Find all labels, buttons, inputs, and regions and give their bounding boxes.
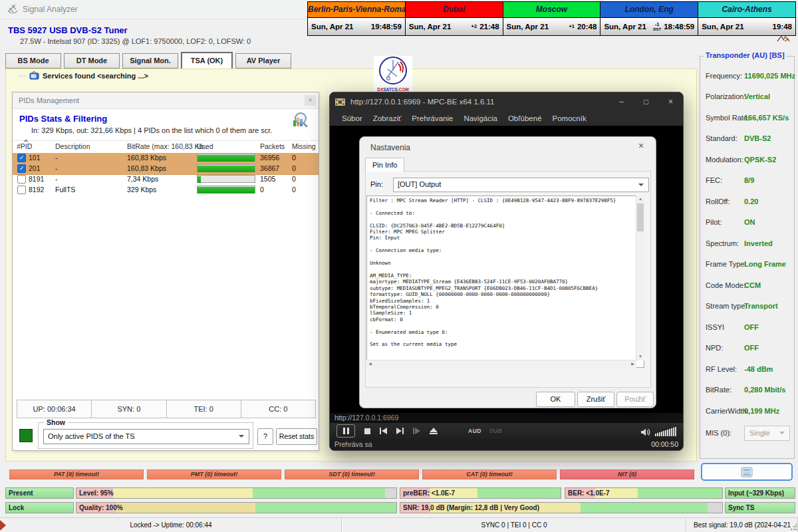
- menu-help[interactable]: Pomocník: [547, 114, 592, 122]
- clock-dubai: Dubai Sun, Apr 21 +2 21:48: [406, 2, 503, 35]
- checkbox-checked-icon[interactable]: ✓: [17, 154, 26, 162]
- scroll-right-icon[interactable]: ▶: [629, 360, 636, 368]
- pids-window-titlebar[interactable]: PIDs Management: [13, 92, 319, 109]
- clock-time: 19:48: [773, 23, 792, 31]
- scroll-down-icon[interactable]: ▼: [636, 353, 644, 360]
- audio-track-label[interactable]: AUD: [468, 428, 481, 434]
- clock-city-label: Moscow: [503, 2, 600, 18]
- clock-date: Sun, Apr 21: [604, 23, 646, 31]
- app-statusbar: Locked -> Uptime: 00:06:44 SYNC 0 | TEI …: [0, 517, 798, 532]
- clock-utc-offset: +2: [471, 24, 477, 29]
- previous-button[interactable]: [380, 428, 387, 434]
- services-label: Services found <searching ...>: [43, 72, 148, 80]
- pin-info-text[interactable]: Filter : MPC Stream Reader [HTTP] - CLSI…: [366, 196, 644, 368]
- reset-stats-button[interactable]: Reset stats: [276, 428, 317, 445]
- show-filter-select[interactable]: Only active PIDS of the TS: [43, 429, 249, 444]
- checkbox-unchecked-icon[interactable]: [17, 186, 26, 194]
- column-missing[interactable]: Missing: [292, 142, 316, 150]
- column-description[interactable]: Description: [55, 142, 90, 150]
- playback-status: Prehráva sa: [334, 439, 372, 450]
- pid-table-row[interactable]: ✓ 101 - 160,83 Kbps 36956 0: [13, 153, 319, 164]
- lock-uptime-status: Locked -> Uptime: 00:06:44: [0, 518, 342, 532]
- column-packets[interactable]: Packets: [260, 142, 285, 150]
- pid-table-row[interactable]: ✓ 201 - 160,83 Kbps 36867 0: [13, 164, 319, 175]
- transponder-rows: Frequency:11690,025 MHz Polarization:Ver…: [700, 65, 794, 422]
- param-value: Transport: [744, 302, 778, 310]
- si-table-bars: PAT (0) timeout! PMT (0) timeout! SDT (0…: [9, 469, 694, 479]
- checkbox-unchecked-icon[interactable]: [17, 175, 26, 184]
- subtitle-track-label[interactable]: SUB: [489, 428, 502, 434]
- pid-packets: 36956: [260, 154, 279, 162]
- scroll-left-icon[interactable]: ◀: [366, 360, 374, 368]
- horizontal-scrollbar[interactable]: ◀ ▶: [366, 360, 636, 368]
- preber-bar: preBER: <1.0E-7: [400, 487, 561, 499]
- tab-signal-mon[interactable]: Signal Mon.: [122, 53, 178, 68]
- used-bar-track: [197, 175, 255, 183]
- menu-view[interactable]: Zobraziť: [368, 114, 407, 122]
- stop-button[interactable]: [364, 428, 370, 434]
- menu-navigation[interactable]: Navigácia: [458, 114, 503, 122]
- column-used[interactable]: Used: [197, 142, 213, 150]
- eject-button[interactable]: [430, 428, 438, 434]
- pause-button[interactable]: [336, 424, 355, 438]
- tab-tsa[interactable]: TSA (OK): [181, 52, 233, 69]
- speaker-icon[interactable]: [641, 428, 650, 436]
- used-bar-track: [197, 164, 255, 172]
- resize-grip[interactable]: [790, 524, 797, 531]
- scroll-up-icon[interactable]: ▲: [636, 196, 644, 203]
- maximize-icon[interactable]: □: [634, 92, 658, 111]
- tab-dt-mode[interactable]: DT Mode: [64, 53, 120, 68]
- clock-berlin: Berlin-Paris-Vienna-Roma Sun, Apr 21 19:…: [308, 2, 406, 35]
- menu-file[interactable]: Súbor: [336, 114, 368, 122]
- tab-bs-mode[interactable]: BS Mode: [5, 53, 61, 68]
- pin-select[interactable]: [OUT] Output: [393, 178, 649, 192]
- pid-value: 8191: [29, 175, 44, 183]
- sort-ascending-icon: [23, 139, 29, 142]
- apply-button[interactable]: Použiť: [616, 392, 654, 407]
- device-button[interactable]: [701, 463, 793, 481]
- nit-status-bar: NIT (0): [560, 469, 694, 479]
- pin-label: Pin:: [370, 180, 383, 188]
- ber-bar: BER: <1.0E-7: [565, 487, 723, 499]
- services-tree-item[interactable]: ··· Services found <searching ...>: [19, 71, 148, 80]
- pmt-status-bar: PMT (0) timeout!: [147, 469, 281, 479]
- volume-slider[interactable]: [636, 426, 676, 436]
- param-label: Code Mode:: [706, 281, 745, 289]
- checkbox-checked-icon[interactable]: ✓: [17, 164, 26, 173]
- close-icon[interactable]: ×: [634, 140, 648, 151]
- used-bar-track: [197, 154, 255, 162]
- minimize-icon[interactable]: –: [609, 92, 634, 111]
- param-value: 0.20: [744, 198, 758, 205]
- used-bar-track: [197, 186, 255, 194]
- clock-utc-offset: +1: [569, 24, 575, 29]
- ok-button[interactable]: OK: [536, 392, 575, 407]
- clock-city-label: Dubai: [406, 2, 503, 18]
- scrollbar-thumb[interactable]: [637, 203, 644, 231]
- pid-description: -: [55, 154, 58, 162]
- chevron-down-icon: [239, 435, 244, 438]
- param-value: 8/9: [744, 176, 754, 184]
- param-label: RollOff:: [706, 198, 730, 205]
- vertical-scrollbar[interactable]: ▲ ▼: [636, 196, 644, 360]
- mis-select[interactable]: Single: [744, 426, 790, 441]
- snr-bar: SNR: 19,0 dB (Margin: 12,8 dB | Very Goo…: [400, 502, 723, 513]
- pid-table-row[interactable]: 8192 FullTS 329 Kbps 0 0: [13, 185, 319, 196]
- menu-playback[interactable]: Prehrávanie: [406, 114, 458, 122]
- tab-av-player[interactable]: AV Player: [235, 53, 291, 68]
- mpc-titlebar[interactable]: http://127.0.0.1:6969 - MPC-BE x64 1.6.1…: [330, 92, 683, 111]
- world-clocks: Berlin-Paris-Vienna-Roma Sun, Apr 21 19:…: [307, 1, 796, 36]
- help-button[interactable]: ?: [257, 428, 273, 445]
- clock-utc-offset: -1DST: [653, 22, 661, 31]
- menu-favorites[interactable]: Obľúbené: [503, 114, 547, 122]
- cancel-button[interactable]: Zrušiť: [577, 392, 614, 407]
- tab-pin-info[interactable]: Pin Info: [365, 158, 404, 172]
- transponder-legend: Transponder (AU) [BS]: [704, 51, 787, 59]
- column-pid[interactable]: #PID: [17, 142, 32, 150]
- clock-time: 19:48:59: [371, 23, 402, 31]
- close-icon[interactable]: ×: [305, 95, 316, 106]
- next-button[interactable]: [396, 428, 404, 434]
- close-icon[interactable]: ×: [658, 92, 683, 111]
- step-forward-button[interactable]: [413, 428, 420, 434]
- pid-table-row[interactable]: 8191 - 7,34 Kbps 1505 0: [13, 174, 319, 185]
- input-indicator: Input (~329 Kbps): [725, 487, 795, 499]
